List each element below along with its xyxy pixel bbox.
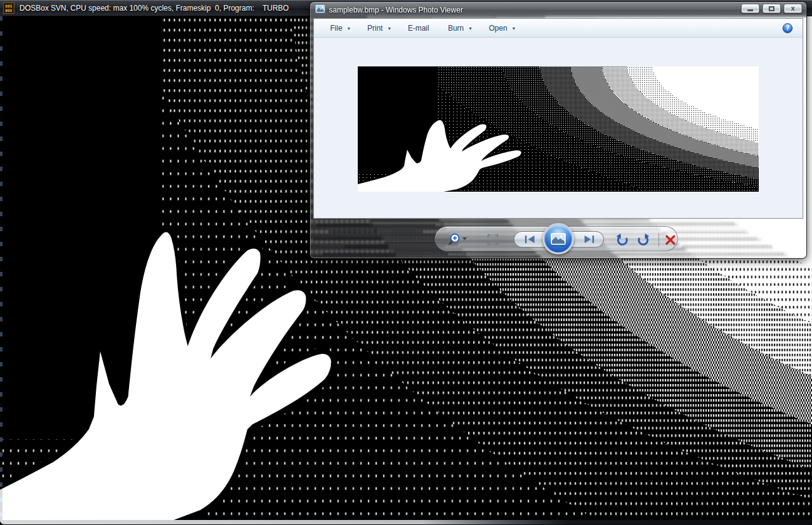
glass-streak xyxy=(686,241,780,244)
menu-burn-label: Burn xyxy=(448,24,464,33)
minimize-button[interactable] xyxy=(741,4,759,13)
menu-open[interactable]: Open ▼ xyxy=(485,22,519,34)
help-button[interactable]: ? xyxy=(783,23,793,33)
dosbox-icon: DOS BOX xyxy=(3,3,14,14)
screen: DOS BOX DOSBox SVN, CPU speed: max 100% … xyxy=(0,0,812,525)
close-button[interactable]: x xyxy=(784,4,802,13)
delete-x-icon xyxy=(664,234,677,246)
menu-file[interactable]: File ▼ xyxy=(326,22,355,34)
menu-email-label: E-mail xyxy=(408,24,429,33)
chevron-down-icon: ▼ xyxy=(468,25,472,31)
dosbox-window-title: DOSBox SVN, CPU speed: max 100% cycles, … xyxy=(19,4,289,13)
photo-viewer-window: samplebw.bmp - Windows Photo Viewer x Fi… xyxy=(310,1,807,259)
rotate-cw-icon xyxy=(636,232,651,247)
toolbar-glass-strip xyxy=(310,219,806,258)
minimize-icon xyxy=(747,9,753,11)
menu-email[interactable]: E-mail xyxy=(404,22,433,34)
photo-viewer-title: samplebw.bmp - Windows Photo Viewer xyxy=(329,6,463,14)
dosbox-left-border xyxy=(0,16,3,520)
previous-button[interactable] xyxy=(519,232,541,246)
slideshow-button[interactable] xyxy=(543,223,574,254)
chevron-down-icon: ▼ xyxy=(387,25,392,31)
toolbar xyxy=(435,226,678,251)
help-icon: ? xyxy=(786,24,789,31)
close-icon: x xyxy=(791,5,794,12)
photo-viewer-titlebar[interactable]: samplebw.bmp - Windows Photo Viewer x xyxy=(310,2,806,18)
dosbox-icon-text-bottom: BOX xyxy=(6,8,13,13)
menu-open-label: Open xyxy=(489,24,507,33)
magnifier-plus-icon xyxy=(447,232,469,247)
menu-file-label: File xyxy=(330,24,342,33)
next-button[interactable] xyxy=(578,232,600,246)
fit-to-window-button[interactable] xyxy=(486,232,499,246)
chevron-down-icon: ▼ xyxy=(346,25,351,31)
dosbox-icon-text-top: DOS xyxy=(6,4,13,8)
previous-icon xyxy=(523,234,537,244)
photo-canvas[interactable] xyxy=(314,38,803,218)
chevron-down-icon: ▼ xyxy=(512,25,516,31)
fit-frame-icon xyxy=(487,234,499,246)
menubar: File ▼ Print ▼ E-mail Burn ▼ Open ▼ xyxy=(314,19,803,38)
glass-streak xyxy=(323,252,448,256)
displayed-photo-samplebw xyxy=(358,66,759,192)
glass-streak xyxy=(661,229,768,232)
menu-print[interactable]: Print ▼ xyxy=(363,22,395,34)
dosbox-bottom-border xyxy=(0,520,812,525)
rotate-ccw-button[interactable] xyxy=(613,232,631,248)
rotate-cw-button[interactable] xyxy=(635,232,652,248)
next-icon xyxy=(582,234,596,244)
menu-print-label: Print xyxy=(367,24,383,33)
toolbar-divider xyxy=(658,233,659,247)
glass-streak xyxy=(345,245,445,249)
zoom-button[interactable] xyxy=(447,232,469,247)
rotate-ccw-icon xyxy=(615,232,630,247)
maximize-icon xyxy=(769,6,774,11)
delete-button[interactable] xyxy=(662,232,679,247)
slideshow-icon xyxy=(551,233,566,245)
glass-streak xyxy=(329,230,423,234)
window-controls: x xyxy=(741,4,802,13)
photo-viewer-panel: File ▼ Print ▼ E-mail Burn ▼ Open ▼ xyxy=(313,18,803,219)
menu-burn[interactable]: Burn ▼ xyxy=(444,22,476,34)
maximize-button[interactable] xyxy=(763,4,781,13)
photo-viewer-app-icon xyxy=(315,4,325,16)
glass-streak xyxy=(316,224,435,227)
